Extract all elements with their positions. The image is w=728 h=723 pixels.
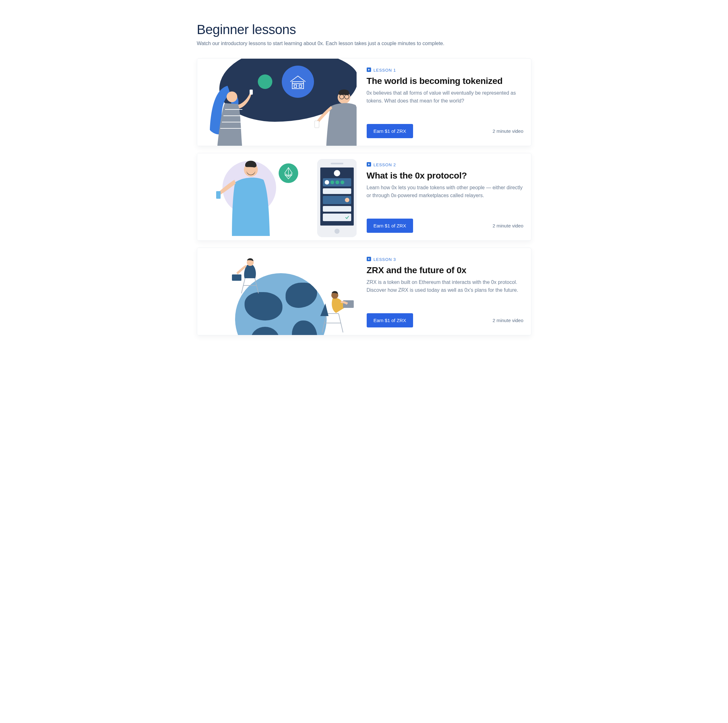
svg-rect-13: [315, 121, 319, 128]
lesson-3-eyebrow-text: LESSON 3: [374, 257, 396, 262]
token-coin-icon: [258, 75, 272, 89]
lesson-3-eyebrow: LESSON 3: [367, 257, 523, 262]
bearded-man-figure: [216, 157, 270, 236]
svg-rect-2: [299, 85, 302, 87]
lesson-1-illustration: [197, 59, 356, 146]
lesson-2-title: What is the 0x protocol?: [367, 171, 523, 181]
lesson-1-duration: 2 minute video: [492, 128, 523, 134]
lesson-2-eyebrow-text: LESSON 2: [374, 162, 396, 167]
lesson-3-earn-button[interactable]: Earn $1 of ZRX: [367, 313, 413, 327]
section-title: Beginner lessons: [197, 22, 531, 37]
lesson-1-eyebrow: LESSON 1: [367, 67, 523, 73]
lesson-3-footer: Earn $1 of ZRX 2 minute video: [367, 313, 523, 327]
lesson-3-illustration: [197, 248, 356, 335]
page-container: Beginner lessons Watch our introductory …: [197, 22, 531, 335]
lesson-2-illustration: [197, 153, 356, 240]
lesson-card-3[interactable]: LESSON 3 ZRX and the future of 0x ZRX is…: [197, 248, 531, 335]
lesson-1-eyebrow-text: LESSON 1: [374, 68, 396, 73]
person-on-globe-1: [232, 255, 267, 293]
video-play-icon: [367, 67, 371, 73]
lesson-2-body: LESSON 2 What is the 0x protocol? Learn …: [356, 153, 531, 240]
lesson-3-body: LESSON 3 ZRX and the future of 0x ZRX is…: [356, 248, 531, 335]
lesson-2-earn-button[interactable]: Earn $1 of ZRX: [367, 219, 413, 233]
svg-rect-9: [249, 90, 253, 95]
lesson-2-eyebrow: LESSON 2: [367, 162, 523, 168]
lesson-1-title: The world is becoming tokenized: [367, 76, 523, 86]
lesson-2-footer: Earn $1 of ZRX 2 minute video: [367, 219, 523, 233]
lesson-3-title: ZRX and the future of 0x: [367, 265, 523, 275]
lesson-3-duration: 2 minute video: [492, 318, 523, 323]
section-subtitle: Watch our introductory lessons to start …: [197, 40, 531, 47]
lesson-1-body: LESSON 1 The world is becoming tokenized…: [356, 59, 531, 146]
man-figure: [314, 89, 356, 146]
woman-figure: [209, 86, 253, 146]
svg-rect-22: [232, 274, 242, 281]
lesson-1-earn-button[interactable]: Earn $1 of ZRX: [367, 124, 413, 138]
lesson-card-2[interactable]: LESSON 2 What is the 0x protocol? Learn …: [197, 153, 531, 241]
video-play-icon: [367, 162, 371, 168]
phone-illustration: [317, 159, 356, 237]
svg-rect-1: [294, 85, 297, 87]
lesson-1-footer: Earn $1 of ZRX 2 minute video: [367, 124, 523, 138]
svg-point-4: [226, 92, 237, 102]
ethereum-icon: [278, 164, 298, 183]
house-token-icon: [282, 66, 314, 98]
person-on-globe-2: [317, 288, 356, 332]
lesson-2-duration: 2 minute video: [492, 223, 523, 228]
video-play-icon: [367, 257, 371, 262]
lesson-1-description: 0x believes that all forms of value will…: [367, 89, 523, 105]
svg-rect-16: [216, 191, 220, 199]
lesson-3-description: ZRX is a token built on Ethereum that in…: [367, 278, 523, 294]
lesson-2-description: Learn how 0x lets you trade tokens with …: [367, 184, 523, 200]
lesson-card-1[interactable]: LESSON 1 The world is becoming tokenized…: [197, 58, 531, 146]
